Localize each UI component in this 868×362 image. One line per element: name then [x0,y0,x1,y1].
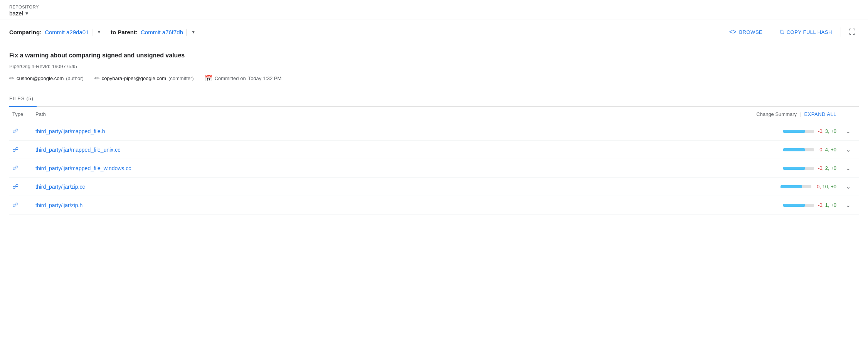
stat-positive-num: 1, [825,202,829,208]
copy-hash-button[interactable]: ⧉ COPY FULL HASH [776,26,836,38]
change-bar [783,167,814,170]
stat-positive-num: 2, [825,165,829,171]
file-path-cell: third_party/ijar/mapped_file.h [32,122,732,141]
file-document-icon: ☍ [12,146,19,153]
stat-negative: -0, [818,202,824,208]
stat-negative: -0, [818,165,824,171]
file-type-cell: ☍ [9,159,32,178]
comparing-bar: Comparing: Commit a29da01 | ▼ to Parent:… [0,20,868,44]
committed-date: Today 1:32 PM [248,75,282,81]
author-email: cushon@google.com [17,75,64,81]
file-path-link[interactable]: third_party/ijar/mapped_file.h [35,128,105,134]
change-stats: -0, 1, +0 [818,202,836,208]
committed-label: Committed on [215,75,246,81]
repo-label: Repository [9,5,859,9]
change-summary-header-text: Change Summary [756,111,797,117]
expand-row-button[interactable]: ⌄ [843,144,854,155]
change-summary-content: -0, 3, +0 [735,128,836,134]
repo-name-row: bazel ▼ [9,10,859,17]
table-row: ☍third_party/ijar/mapped_file_windows.cc… [9,159,859,178]
file-path-cell: third_party/ijar/zip.cc [32,178,732,196]
top-bar: Repository bazel ▼ [0,0,868,20]
change-stats: -0, 3, +0 [818,128,836,134]
commit-to-dropdown[interactable]: ▼ [190,28,197,35]
expand-all-button[interactable]: EXPAND ALL [804,111,836,117]
browse-button[interactable]: <> BROWSE [725,26,766,38]
change-bar [781,185,811,188]
commit-info: Fix a warning about comparing signed and… [0,44,868,90]
stat-positive: +0 [831,147,836,153]
change-bar [783,130,814,133]
files-tabs: FILES (5) [9,90,859,107]
files-tab[interactable]: FILES (5) [9,90,37,107]
expand-row-button[interactable]: ⌄ [843,200,854,210]
stat-positive-num: 10, [822,184,829,189]
expand-row-button[interactable]: ⌄ [843,126,854,136]
commit-author: ✏ cushon@google.com (author) [9,75,84,82]
stat-positive: +0 [831,202,836,208]
change-stats: -0, 2, +0 [818,165,836,171]
change-bar-fill [783,204,805,207]
file-document-icon: ☍ [12,202,19,208]
expand-cell: ⌄ [839,159,859,178]
change-bar-fill [783,130,805,133]
author-person-icon: ✏ [9,75,14,82]
commit-piper-origin: PiperOrigin-RevId: 190977545 [9,64,859,69]
fullscreen-button[interactable]: ⛶ [846,27,859,38]
change-summary-content: -0, 2, +0 [735,165,836,171]
commit-date: 📅 Committed on Today 1:32 PM [205,75,282,82]
copy-icon: ⧉ [780,28,784,35]
committer-person-icon: ✏ [94,75,99,82]
stat-positive-num: 3, [825,128,829,134]
change-bar-fill [783,148,805,151]
commit-from-link[interactable]: Commit a29da01 [45,29,89,35]
expand-cell: ⌄ [839,178,859,196]
file-path-link[interactable]: third_party/ijar/zip.h [35,202,82,208]
change-bar-fill [781,185,802,188]
commit-from-dropdown[interactable]: ▼ [95,28,103,35]
table-row: ☍third_party/ijar/mapped_file_unix.cc -0… [9,141,859,159]
committer-email: copybara-piper@google.com [102,75,166,81]
stat-positive: +0 [831,184,836,189]
change-bar [783,148,814,151]
change-stats: -0, 4, +0 [818,147,836,153]
file-path-link[interactable]: third_party/ijar/mapped_file_unix.cc [35,147,120,153]
repo-chevron-icon[interactable]: ▼ [25,11,29,16]
file-type-cell: ☍ [9,178,32,196]
stat-positive: +0 [831,128,836,134]
committer-role: (committer) [168,75,194,81]
table-row: ☍third_party/ijar/zip.cc -0, 10, +0 ⌄ [9,178,859,196]
change-summary-cell: -0, 10, +0 [732,178,839,196]
change-bar-fill [783,167,805,170]
expand-row-button[interactable]: ⌄ [843,181,854,192]
change-stats: -0, 10, +0 [815,184,836,189]
expand-cell: ⌄ [839,196,859,215]
commit-committer: ✏ copybara-piper@google.com (committer) [94,75,194,82]
change-summary-content: -0, 4, +0 [735,147,836,153]
toolbar-right: <> BROWSE ⧉ COPY FULL HASH ⛶ [725,26,859,38]
file-path-cell: third_party/ijar/zip.h [32,196,732,215]
file-type-cell: ☍ [9,141,32,159]
repo-name-text: bazel [9,10,23,17]
file-type-cell: ☍ [9,196,32,215]
change-summary-content: -0, 10, +0 [735,184,836,189]
change-summary-cell: -0, 3, +0 [732,122,839,141]
commit-people: ✏ cushon@google.com (author) ✏ copybara-… [9,75,859,82]
browse-label: BROWSE [739,29,762,35]
fullscreen-icon: ⛶ [849,28,856,36]
files-table: Type Path Change Summary | EXPAND ALL ☍t… [9,107,859,215]
to-parent-label: to Parent: [111,29,138,35]
commit-to-link[interactable]: Commit a76f7db [141,29,183,35]
file-path-cell: third_party/ijar/mapped_file_windows.cc [32,159,732,178]
change-summary-cell: -0, 1, +0 [732,196,839,215]
browse-icon: <> [729,28,737,35]
separator-to: | [185,28,187,36]
file-path-link[interactable]: third_party/ijar/mapped_file_windows.cc [35,165,131,171]
author-role: (author) [66,75,84,81]
change-bar [783,204,814,207]
expand-row-button[interactable]: ⌄ [843,163,854,173]
col-change-header: Change Summary | EXPAND ALL [732,107,839,122]
file-document-icon: ☍ [12,128,19,134]
toolbar-divider [771,27,771,37]
file-path-link[interactable]: third_party/ijar/zip.cc [35,184,85,190]
